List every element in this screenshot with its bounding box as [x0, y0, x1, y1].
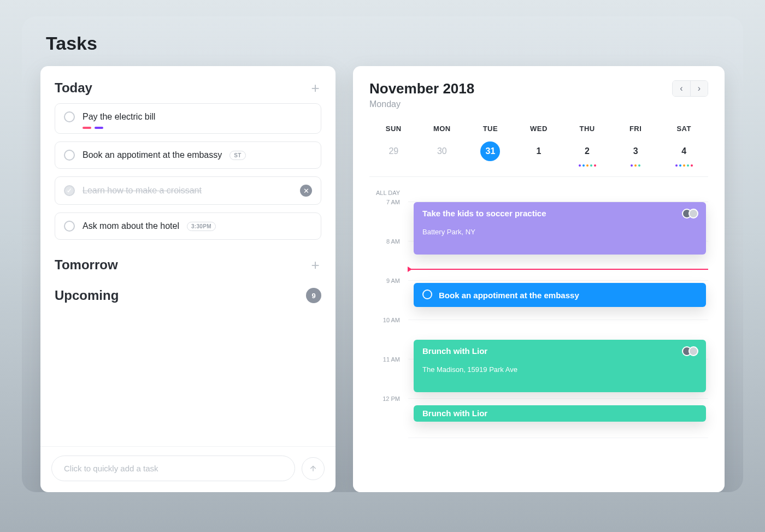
event-embassy[interactable]: Book an appotiment at the embassy [414, 283, 706, 307]
dot-icon [594, 164, 596, 167]
event-title: Take the kids to soccer practice [422, 209, 697, 218]
app-frame: Tasks Today + Pay the electric bill [22, 16, 743, 492]
tag-dash-icon [83, 127, 91, 129]
event-soccer[interactable]: Take the kids to soccer practice Battery… [414, 202, 706, 255]
calendar-nav: ‹ › [672, 80, 708, 97]
time-label: 9 AM [369, 277, 408, 317]
time-label: 8 AM [369, 238, 408, 277]
date-number: 31 [480, 141, 500, 161]
date-number: 30 [432, 141, 452, 161]
events-column: Take the kids to soccer practice Battery… [408, 184, 708, 438]
weekday-label: THU [563, 125, 611, 133]
tasks-panel: Today + Pay the electric bill [40, 66, 336, 492]
dot-icon [586, 164, 589, 167]
dot-icon [638, 164, 640, 167]
calendar-next-button[interactable]: › [690, 81, 708, 96]
time-label: 12 PM [369, 395, 408, 435]
section-tomorrow-title: Tomorrow [55, 257, 118, 273]
task-checkbox[interactable] [64, 221, 75, 232]
add-tomorrow-button[interactable]: + [309, 259, 321, 271]
weekday-label: FRI [611, 125, 660, 133]
calendar-panel: November 2018 Monday ‹ › SUN MON TUE WED… [353, 66, 725, 492]
date-dots [579, 164, 596, 167]
date-number: 3 [626, 141, 645, 161]
section-tomorrow-header: Tomorrow + [55, 257, 321, 273]
add-today-button[interactable]: + [309, 82, 321, 94]
date-dots [631, 164, 640, 167]
weekday-label: SUN [369, 125, 418, 133]
date-cell[interactable]: 29 [369, 141, 418, 167]
section-upcoming-title: Upcoming [55, 288, 119, 303]
section-today-header: Today + [55, 80, 321, 96]
task-item[interactable]: Book an appotiment at the embassy ST [55, 141, 321, 169]
event-avatars [685, 346, 698, 356]
arrow-up-icon [309, 464, 317, 473]
task-item[interactable]: Learn how to make a croissant ✕ [55, 176, 321, 205]
event-title: Brunch with Lior [422, 409, 697, 418]
current-time-indicator [408, 269, 708, 270]
tag-dash-icon [95, 127, 103, 129]
section-today-title: Today [55, 80, 92, 96]
upcoming-count-badge: 9 [306, 288, 321, 303]
task-title: Book an appotiment at the embassy [83, 150, 222, 160]
task-title: Ask mom about the hotel [83, 221, 179, 231]
date-cell[interactable]: 31 [466, 141, 515, 167]
avatar [688, 346, 698, 356]
time-label: 10 AM [369, 317, 408, 356]
event-location: The Madison, 15919 Park Ave [422, 365, 697, 374]
task-title: Pay the electric bill [83, 112, 155, 122]
dot-icon [679, 164, 681, 167]
weekday-label: TUE [466, 125, 515, 133]
date-number: 29 [384, 141, 403, 161]
task-checkbox[interactable] [64, 185, 75, 196]
calendar-subtitle: Monday [369, 99, 474, 109]
date-cell[interactable]: 1 [515, 141, 563, 167]
event-brunch[interactable]: Brunch with Lior The Madison, 15919 Park… [414, 340, 706, 392]
dot-icon [631, 164, 633, 167]
chevron-left-icon: ‹ [680, 84, 682, 93]
task-remove-button[interactable]: ✕ [300, 185, 312, 197]
task-item[interactable]: Ask mom about the hotel 3:30PM [55, 212, 321, 240]
quick-add-submit[interactable] [302, 457, 325, 480]
dot-icon [687, 164, 689, 167]
close-icon: ✕ [303, 187, 309, 195]
task-tags [83, 127, 103, 129]
task-title: Learn how to make a croissant [83, 186, 292, 196]
avatar [688, 209, 698, 218]
event-brunch-2[interactable]: Brunch with Lior [414, 405, 706, 422]
page-title: Tasks [40, 16, 725, 66]
dot-icon [590, 164, 592, 167]
dot-icon [675, 164, 678, 167]
quick-add-row [40, 446, 336, 492]
weekday-row: SUN MON TUE WED THU FRI SAT [369, 125, 708, 133]
date-dots [675, 164, 693, 167]
date-number: 4 [674, 141, 694, 161]
dot-icon [582, 164, 585, 167]
event-location: Battery Park, NY [422, 228, 697, 236]
date-cell[interactable]: 3 [611, 141, 660, 167]
task-time-pill: 3:30PM [187, 222, 216, 231]
weekday-label: MON [418, 125, 467, 133]
task-badge: ST [229, 151, 245, 160]
time-label: 7 AM [369, 199, 408, 238]
date-cell[interactable]: 2 [563, 141, 611, 167]
task-item[interactable]: Pay the electric bill [55, 103, 321, 134]
dot-icon [634, 164, 637, 167]
task-checkbox[interactable] [64, 150, 75, 161]
date-row: 2930311234 [369, 141, 708, 177]
weekday-label: SAT [660, 125, 708, 133]
section-upcoming-header: Upcoming 9 [55, 288, 321, 303]
date-cell[interactable]: 30 [418, 141, 467, 167]
date-cell[interactable]: 4 [660, 141, 708, 167]
dot-icon [579, 164, 581, 167]
event-checkbox[interactable] [422, 289, 432, 299]
quick-add-input[interactable] [51, 456, 295, 481]
task-checkbox[interactable] [64, 111, 75, 122]
calendar-prev-button[interactable]: ‹ [673, 81, 690, 96]
timeline: ALL DAY 7 AM 8 AM 9 AM 10 AM 11 AM 12 PM [369, 184, 708, 438]
date-number: 2 [578, 141, 597, 161]
date-number: 1 [529, 141, 549, 161]
event-title: Book an appotiment at the embassy [439, 291, 579, 300]
chevron-right-icon: › [698, 84, 701, 93]
event-avatars [685, 209, 698, 218]
